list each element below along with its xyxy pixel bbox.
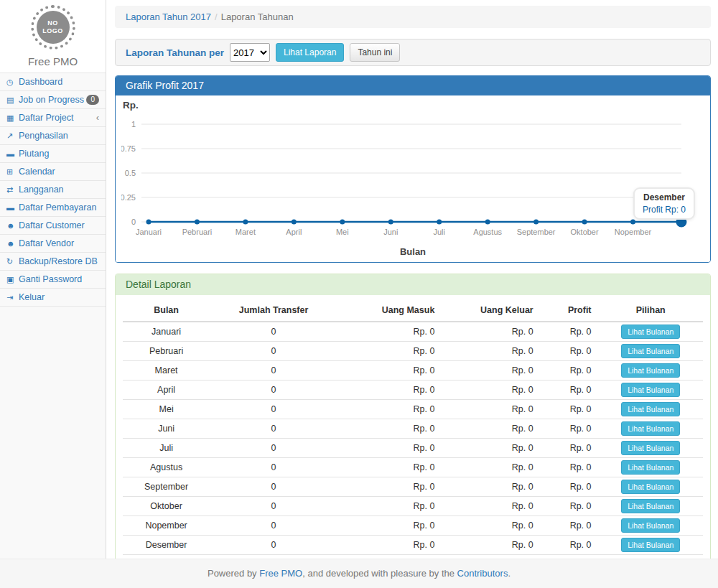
sidebar-item-label: Langganan — [19, 184, 64, 195]
chart-point-September[interactable] — [533, 220, 538, 225]
sidebar-item-job-on-progress[interactable]: ▤Job on Progress0 — [0, 91, 106, 109]
year-select[interactable]: 2017 — [230, 43, 270, 62]
x-tick-label: September — [517, 228, 556, 236]
sidebar-item-label: Daftar Customer — [19, 220, 85, 231]
sidebar-item-label: Daftar Project — [19, 112, 73, 123]
money-icon: ▬ — [6, 202, 19, 213]
table-row: April0Rp. 0Rp. 0Rp. 0Lihat Bulanan — [123, 381, 703, 400]
lihat-bulanan-button[interactable]: Lihat Bulanan — [621, 421, 680, 436]
table-cell: Rp. 0 — [541, 439, 599, 458]
chart-point-Oktober[interactable] — [582, 220, 587, 225]
table-cell: Rp. 0 — [337, 439, 442, 458]
sidebar-item-langganan[interactable]: ⇄Langganan — [0, 181, 106, 199]
lihat-bulanan-button[interactable]: Lihat Bulanan — [621, 383, 680, 397]
lihat-bulanan-button[interactable]: Lihat Bulanan — [621, 518, 680, 533]
table-cell: 0 — [210, 536, 337, 555]
table-cell: Rp. 0 — [541, 516, 599, 536]
lihat-bulanan-button[interactable]: Lihat Bulanan — [621, 344, 680, 358]
lihat-laporan-button[interactable]: Lihat Laporan — [276, 43, 344, 62]
job-count-badge: 0 — [86, 95, 99, 105]
profit-chart-panel: Grafik Profit 2017 Rp. 00.250.50.751Janu… — [115, 75, 711, 263]
sidebar-item-label: Penghasilan — [19, 130, 68, 141]
lihat-bulanan-button[interactable]: Lihat Bulanan — [621, 460, 680, 475]
table-cell: Rp. 0 — [337, 322, 442, 342]
chart-point-Nopember[interactable] — [630, 220, 635, 225]
sidebar-item-label: Keluar — [19, 291, 45, 303]
total-cell: Rp. 0 — [442, 555, 540, 559]
sidebar-item-daftar-vendor[interactable]: ☻Daftar Vendor — [0, 235, 106, 253]
sidebar-item-keluar[interactable]: ⇥Keluar — [0, 289, 106, 307]
y-tick-label: 0.75 — [121, 144, 136, 153]
table-cell: 0 — [210, 400, 337, 419]
total-cell: 0 — [210, 555, 337, 559]
chart-point-Mei[interactable] — [340, 220, 345, 225]
sidebar-item-label: Daftar Vendor — [19, 238, 74, 249]
tooltip-title: Desember — [643, 192, 686, 202]
x-tick-label: Januari — [136, 228, 162, 236]
table-cell: Rp. 0 — [541, 400, 599, 419]
table-row: Agustus0Rp. 0Rp. 0Rp. 0Lihat Bulanan — [123, 458, 703, 477]
y-tick-label: 0.5 — [125, 169, 136, 177]
lihat-bulanan-button[interactable]: Lihat Bulanan — [621, 538, 680, 552]
tooltip-value: Profit Rp: 0 — [643, 205, 686, 215]
chart-point-Maret[interactable] — [243, 220, 248, 225]
chart-point-April[interactable] — [292, 220, 297, 225]
chart-point-Juni[interactable] — [388, 220, 393, 225]
table-cell: Juli — [123, 439, 210, 458]
table-cell: Rp. 0 — [337, 516, 442, 536]
lihat-bulanan-button[interactable]: Lihat Bulanan — [621, 325, 680, 339]
sidebar-item-daftar-customer[interactable]: ☻Daftar Customer — [0, 217, 106, 235]
table-cell: 0 — [210, 342, 337, 361]
table-cell: Rp. 0 — [337, 381, 442, 400]
sidebar-item-label: Piutang — [19, 148, 49, 159]
table-cell: 0 — [210, 497, 337, 516]
table-cell: Rp. 0 — [337, 419, 442, 439]
logo-text-line1: NO — [47, 19, 58, 27]
sidebar-item-backup-restore-db[interactable]: ↻Backup/Restore DB — [0, 253, 106, 271]
column-header: Pilihan — [599, 299, 703, 322]
table-cell: Rp. 0 — [541, 458, 599, 477]
table-cell: Rp. 0 — [541, 536, 599, 555]
chart-point-Januari[interactable] — [146, 220, 151, 225]
sidebar-item-daftar-pembayaran[interactable]: ▬Daftar Pembayaran — [0, 199, 106, 217]
column-header: Uang Keluar — [442, 299, 540, 322]
chart-body: Rp. 00.250.50.751JanuariPebruariMaretApr… — [116, 95, 710, 262]
column-header: Profit — [541, 299, 599, 322]
chart-point-Agustus[interactable] — [485, 220, 490, 225]
sidebar-item-calendar[interactable]: ⊞Calendar — [0, 163, 106, 181]
profit-chart[interactable]: 00.250.50.751JanuariPebruariMaretAprilMe… — [121, 113, 704, 246]
sidebar-item-piutang[interactable]: ▬Piutang — [0, 145, 106, 163]
total-cell: Rp. 0 — [337, 555, 442, 559]
footer-contributors-link[interactable]: Contributors — [457, 568, 508, 579]
table-cell: Rp. 0 — [337, 536, 442, 555]
chart-panel-title: Grafik Profit 2017 — [116, 76, 710, 95]
table-cell: 0 — [210, 516, 337, 536]
lihat-bulanan-button[interactable]: Lihat Bulanan — [621, 363, 680, 378]
chart-point-Juli[interactable] — [437, 220, 442, 225]
sidebar-item-dashboard[interactable]: ◷Dashboard — [0, 73, 106, 91]
sidebar-item-label: Calendar — [19, 166, 55, 177]
footer-text-suffix: . — [508, 568, 510, 579]
table-cell: September — [123, 477, 210, 497]
lihat-bulanan-button[interactable]: Lihat Bulanan — [621, 480, 680, 494]
sidebar-item-ganti-password[interactable]: ▣Ganti Password — [0, 271, 106, 289]
table-cell: 0 — [210, 419, 337, 439]
table-cell: Rp. 0 — [541, 361, 599, 381]
breadcrumb-link[interactable]: Laporan Tahun 2017 — [126, 11, 211, 22]
tahun-ini-button[interactable]: Tahun ini — [350, 43, 400, 62]
x-tick-label: April — [286, 228, 302, 236]
table-cell: 0 — [210, 381, 337, 400]
sidebar-item-penghasilan[interactable]: ↗Penghasilan — [0, 127, 106, 145]
lihat-bulanan-button[interactable]: Lihat Bulanan — [621, 441, 680, 455]
footer-brand-link[interactable]: Free PMO — [259, 568, 302, 579]
sidebar-item-daftar-project[interactable]: ▦Daftar Project‹ — [0, 109, 106, 127]
table-cell: Desember — [123, 536, 210, 555]
lihat-bulanan-button[interactable]: Lihat Bulanan — [621, 499, 680, 513]
chart-point-Pebruari[interactable] — [195, 220, 200, 225]
lihat-bulanan-button[interactable]: Lihat Bulanan — [621, 402, 680, 416]
footer-text-middle: , and developed with pleasure by the — [302, 568, 457, 579]
table-cell: 0 — [210, 477, 337, 497]
detail-laporan-panel: Detail Laporan BulanJumlah TransferUang … — [115, 274, 711, 559]
table-cell: Rp. 0 — [541, 419, 599, 439]
table-cell: Rp. 0 — [442, 400, 540, 419]
